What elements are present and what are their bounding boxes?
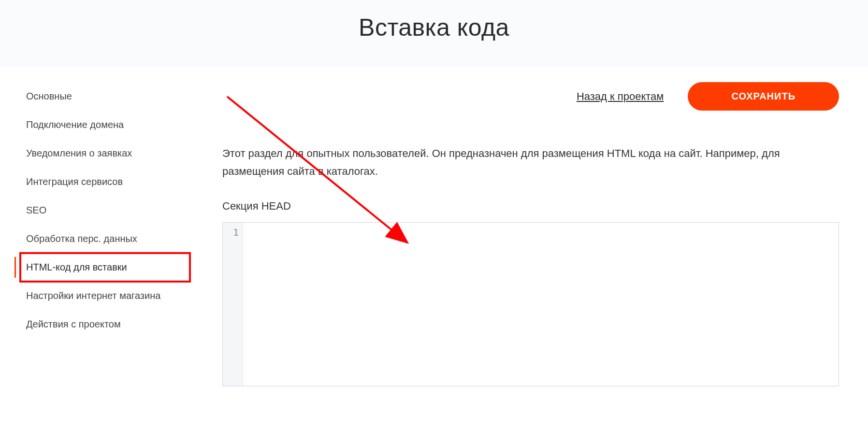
sidebar-item-seo[interactable]: SEO	[14, 196, 188, 225]
sidebar-item-domain[interactable]: Подключение домена	[14, 111, 188, 139]
sidebar-item-label: Основные	[26, 91, 72, 101]
code-gutter: 1	[223, 223, 243, 386]
sidebar-item-shop-settings[interactable]: Настройки интернет магазина	[14, 282, 188, 310]
sidebar-item-label: Интеграция сервисов	[26, 176, 123, 187]
sidebar-item-label: Подключение домена	[26, 119, 124, 130]
layout: Основные Подключение домена Уведомления …	[0, 68, 868, 386]
sidebar-item-label: Уведомления о заявках	[26, 148, 132, 158]
sidebar-item-html-code[interactable]: HTML-код для вставки	[14, 253, 188, 282]
back-to-projects-link[interactable]: Назад к проектам	[577, 90, 664, 103]
code-textarea[interactable]	[243, 223, 839, 386]
sidebar-item-project-actions[interactable]: Действия с проектом	[14, 310, 188, 339]
page-title: Вставка кода	[359, 14, 509, 42]
top-actions: Назад к проектам СОХРАНИТЬ	[222, 82, 839, 111]
sidebar-item-notifications[interactable]: Уведомления о заявках	[14, 139, 188, 168]
sidebar-item-general[interactable]: Основные	[14, 82, 188, 111]
section-description: Этот раздел для опытных пользователей. О…	[222, 144, 839, 181]
sidebar-item-integrations[interactable]: Интеграция сервисов	[14, 168, 188, 196]
sidebar-item-personal-data[interactable]: Обработка перс. данных	[14, 225, 188, 253]
sidebar-item-label: HTML-код для вставки	[26, 262, 127, 272]
sidebar-item-label: SEO	[26, 205, 46, 215]
sidebar-item-label: Обработка перс. данных	[26, 233, 137, 244]
main-content: Назад к проектам СОХРАНИТЬ Этот раздел д…	[193, 82, 868, 386]
code-editor-head: 1	[222, 222, 839, 386]
page-header: Вставка кода	[0, 0, 868, 68]
head-section-label: Секция HEAD	[222, 200, 839, 212]
save-button[interactable]: СОХРАНИТЬ	[688, 82, 839, 111]
line-number: 1	[223, 227, 243, 238]
sidebar-item-label: Настройки интернет магазина	[26, 290, 160, 301]
settings-sidebar: Основные Подключение домена Уведомления …	[0, 82, 193, 386]
sidebar-item-label: Действия с проектом	[26, 319, 121, 329]
